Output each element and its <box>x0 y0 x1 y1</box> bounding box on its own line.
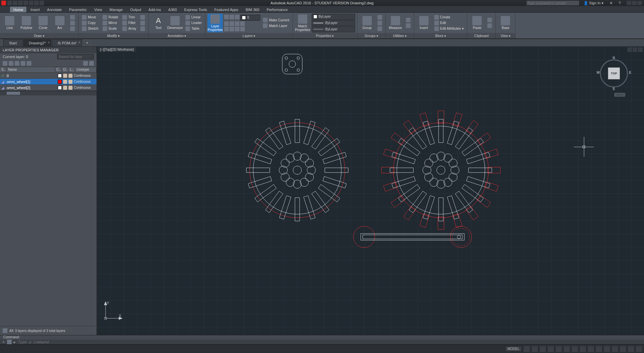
doc-tab-start[interactable]: Start <box>3 39 22 46</box>
sign-in-button[interactable]: 👤 Sign In ▾ <box>582 1 606 5</box>
layer-tool-2[interactable] <box>229 15 234 19</box>
qat-saveas-icon[interactable] <box>23 1 28 5</box>
minimize-icon[interactable] <box>627 1 631 5</box>
tab-insert[interactable]: Insert <box>27 7 43 12</box>
layer-row[interactable]: ✓ 0 Continuous <box>0 73 97 79</box>
create-block-button[interactable]: Create <box>433 15 465 20</box>
qat-redo-icon[interactable] <box>39 1 44 5</box>
linear-button[interactable]: Linear <box>184 15 203 20</box>
workspace-icon[interactable] <box>604 346 610 352</box>
qat-undo-icon[interactable] <box>34 1 39 5</box>
viewcube-south[interactable]: S <box>613 87 615 91</box>
tab-addins[interactable]: Add-ins <box>145 7 164 12</box>
viewcube-west[interactable]: W <box>597 71 600 74</box>
add-tab-button[interactable]: + <box>84 40 91 46</box>
linetype-dropdown[interactable]: ByLayer <box>312 26 355 32</box>
selection-cycling-icon[interactable] <box>588 346 594 352</box>
col-color[interactable]: C.. <box>55 67 62 72</box>
layer-panel-scrollbar[interactable] <box>0 91 97 95</box>
group-annotation-title[interactable]: Annotation ▾ <box>149 33 205 38</box>
layer-filter-icon[interactable] <box>27 61 31 66</box>
polyline-button[interactable]: Polyline <box>19 15 34 30</box>
ungroup-button[interactable] <box>376 15 383 20</box>
copyclip-button[interactable] <box>486 23 493 28</box>
layer-uniso-icon[interactable] <box>224 27 229 31</box>
copy-button[interactable]: Copy <box>80 20 100 26</box>
tab-performance[interactable]: Performance <box>263 7 291 12</box>
layer-color-swatch[interactable] <box>58 86 62 90</box>
tab-manage[interactable]: Manage <box>106 7 126 12</box>
viewcube-face[interactable]: TOP <box>608 67 620 79</box>
close-tab-icon[interactable]: × <box>78 41 80 44</box>
annotation-scale-icon[interactable] <box>596 346 602 352</box>
restore-icon[interactable] <box>632 1 637 5</box>
group-layers-title[interactable]: Layers ▾ <box>205 33 293 38</box>
layer-lock-icon[interactable] <box>240 21 245 26</box>
layer-color-swatch[interactable] <box>58 80 62 84</box>
wcs-badge[interactable]: WCS <box>614 93 625 97</box>
layer-thaw-icon[interactable] <box>229 27 234 31</box>
snap-toggle-icon[interactable] <box>532 346 538 352</box>
group-properties-title[interactable]: Properties ▾ <box>293 33 357 38</box>
drawing-canvas[interactable]: [−][Top][2D Wireframe] TOP N S E W WCS <box>97 47 644 335</box>
group-view-title[interactable]: View ▾ <box>496 33 515 38</box>
bulb-icon[interactable] <box>63 80 67 84</box>
cut-button[interactable] <box>486 17 493 23</box>
delete-layer-icon[interactable] <box>15 61 19 66</box>
edit-attributes-button[interactable]: Edit Attributes ▾ <box>433 26 465 31</box>
make-current-button[interactable]: Make Current <box>262 17 291 23</box>
lineweight-toggle-icon[interactable] <box>572 346 578 352</box>
group-edit-button[interactable] <box>376 20 383 26</box>
base-view-button[interactable]: Base <box>498 15 513 30</box>
group-select-button[interactable] <box>376 26 383 31</box>
settings-icon[interactable] <box>89 61 94 66</box>
app-menu-icon[interactable] <box>1 1 6 5</box>
lineweight-dropdown[interactable]: ByLayer <box>312 20 355 26</box>
tab-view[interactable]: View <box>91 7 106 12</box>
group-modify-title[interactable]: Modify ▾ <box>78 33 148 38</box>
bulb-icon[interactable] <box>63 86 67 90</box>
arc-button[interactable]: Arc <box>52 15 67 30</box>
tab-a360[interactable]: A360 <box>165 7 180 12</box>
line-button[interactable]: Line <box>2 15 17 30</box>
measure-button[interactable]: Measure <box>388 15 403 30</box>
customize-icon[interactable] <box>636 346 642 352</box>
new-layer-icon[interactable] <box>3 61 7 66</box>
draw-extra-2[interactable] <box>69 20 76 26</box>
dimension-button[interactable]: Dimension <box>167 15 183 30</box>
layer-iso-icon[interactable] <box>224 21 229 26</box>
draw-extra-3[interactable] <box>69 26 76 31</box>
col-lock[interactable]: L.. <box>68 67 75 72</box>
polar-toggle-icon[interactable] <box>548 346 554 352</box>
text-button[interactable]: AText <box>151 15 166 30</box>
util-2[interactable] <box>405 23 412 28</box>
layer-tool-3[interactable] <box>235 15 239 19</box>
layer-tool-1[interactable] <box>224 15 229 19</box>
isolate-objects-icon[interactable] <box>620 346 626 352</box>
qat-save-icon[interactable] <box>18 1 23 5</box>
layer-search-input[interactable] <box>57 54 94 59</box>
ortho-toggle-icon[interactable] <box>540 346 546 352</box>
tab-bim360[interactable]: BIM 360 <box>242 7 263 12</box>
help-search-input[interactable] <box>526 0 580 6</box>
vp-minimize-icon[interactable] <box>627 47 632 52</box>
layer-row[interactable]: ◢ omni_wheel[1] Continuous <box>0 79 97 85</box>
draw-extra-1[interactable] <box>69 15 76 20</box>
layer-off-icon[interactable] <box>235 21 239 26</box>
mirror-button[interactable]: Mirror <box>101 20 120 26</box>
table-button[interactable]: Table <box>184 26 203 31</box>
qat-new-icon[interactable] <box>7 1 12 5</box>
help-icon[interactable]: ? <box>617 1 623 5</box>
bulb-icon[interactable] <box>63 74 67 78</box>
command-input[interactable] <box>18 340 642 344</box>
array-button[interactable]: Array <box>121 26 138 31</box>
osnap-toggle-icon[interactable] <box>556 346 562 352</box>
new-layer-vp-icon[interactable] <box>9 61 13 66</box>
vp-close-icon[interactable] <box>638 47 643 52</box>
modify-ext-1[interactable] <box>139 15 146 20</box>
circle-button[interactable]: Circle <box>35 15 51 30</box>
fillet-button[interactable]: Fillet <box>121 20 138 26</box>
refresh-icon[interactable] <box>83 61 88 66</box>
viewcube-east[interactable]: E <box>629 71 631 74</box>
viewcube-north[interactable]: N <box>613 56 615 60</box>
